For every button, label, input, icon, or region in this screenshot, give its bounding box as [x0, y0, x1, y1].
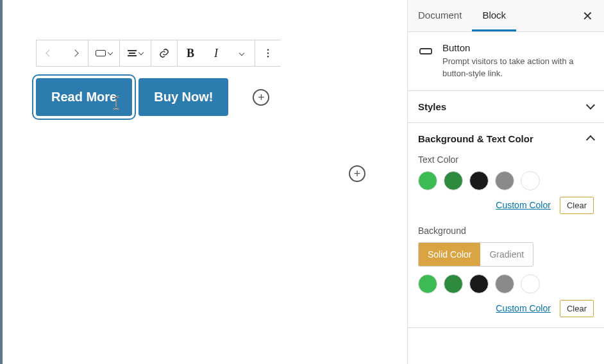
block-card-title: Button [442, 42, 594, 53]
align-button[interactable] [120, 40, 151, 66]
styles-panel: Styles [408, 91, 604, 123]
swatch-white[interactable] [521, 274, 540, 294]
styles-panel-toggle[interactable]: Styles [408, 91, 604, 122]
block-toolbar: B I [36, 40, 281, 67]
plus-icon: + [354, 168, 361, 179]
swatch-green-dark[interactable] [444, 171, 463, 190]
text-color-clear-button[interactable]: Clear [560, 197, 594, 214]
move-up-button[interactable] [37, 40, 62, 66]
link-button[interactable] [151, 40, 177, 66]
color-panel: Background & Text Color Text Color Custo… [408, 123, 604, 328]
text-custom-color-link[interactable]: Custom Color [496, 200, 551, 210]
buttons-block[interactable]: Read More Buy Now! + [36, 78, 407, 116]
solid-color-tab[interactable]: Solid Color [419, 243, 480, 266]
plus-icon: + [258, 92, 265, 103]
panel-title: Background & Text Color [418, 133, 533, 144]
swatch-green-dark[interactable] [444, 274, 463, 294]
close-sidebar-button[interactable]: ✕ [576, 4, 599, 28]
swatch-black[interactable] [469, 274, 489, 294]
close-icon: ✕ [582, 8, 593, 24]
more-format-button[interactable] [229, 40, 255, 66]
tab-document[interactable]: Document [408, 1, 472, 31]
button-label: Buy Now! [154, 90, 213, 104]
more-options-button[interactable] [255, 40, 281, 66]
panel-title: Styles [418, 101, 446, 112]
link-icon [158, 47, 170, 59]
svg-point-0 [267, 49, 269, 51]
background-clear-button[interactable]: Clear [560, 300, 594, 317]
text-color-swatches [418, 171, 594, 190]
more-vertical-icon [262, 47, 274, 59]
chevron-up-icon [586, 135, 595, 144]
svg-point-1 [267, 53, 269, 54]
button-buy-now[interactable]: Buy Now! [138, 78, 228, 116]
background-label: Background [418, 226, 594, 236]
swatch-green-bright[interactable] [418, 274, 437, 294]
swatch-gray[interactable] [495, 274, 514, 294]
swatch-green-bright[interactable] [418, 171, 437, 190]
button-label: Read More [51, 90, 117, 104]
gradient-tab[interactable]: Gradient [480, 243, 533, 266]
italic-button[interactable]: I [203, 40, 229, 66]
block-card-description: Prompt visitors to take action with a bu… [442, 56, 594, 80]
swatch-white[interactable] [521, 171, 540, 190]
add-block-button[interactable]: + [349, 165, 365, 182]
background-type-toggle: Solid Color Gradient [418, 242, 533, 267]
text-color-label: Text Color [418, 154, 594, 165]
tab-block[interactable]: Block [472, 1, 516, 31]
swatch-black[interactable] [469, 171, 489, 190]
sidebar-tabs: Document Block ✕ [408, 0, 604, 32]
swatch-gray[interactable] [495, 171, 514, 190]
block-card: Button Prompt visitors to take action wi… [408, 32, 604, 91]
align-icon [128, 50, 137, 56]
svg-point-2 [267, 56, 269, 57]
editor-canvas[interactable]: B I Read More Buy Now! + + [0, 0, 407, 364]
button-block-icon [418, 44, 433, 59]
background-custom-color-link[interactable]: Custom Color [496, 303, 551, 313]
button-block-icon [96, 50, 106, 56]
chevron-down-icon [586, 101, 595, 110]
background-swatches [418, 274, 594, 294]
add-button-inline[interactable]: + [253, 89, 269, 106]
block-type-button[interactable] [88, 40, 119, 66]
svg-rect-3 [420, 49, 432, 54]
move-down-button[interactable] [62, 40, 88, 66]
color-panel-toggle[interactable]: Background & Text Color [408, 123, 604, 154]
settings-sidebar: Document Block ✕ Button Prompt visitors … [407, 0, 604, 364]
bold-button[interactable]: B [178, 40, 203, 66]
button-read-more[interactable]: Read More [36, 78, 132, 116]
